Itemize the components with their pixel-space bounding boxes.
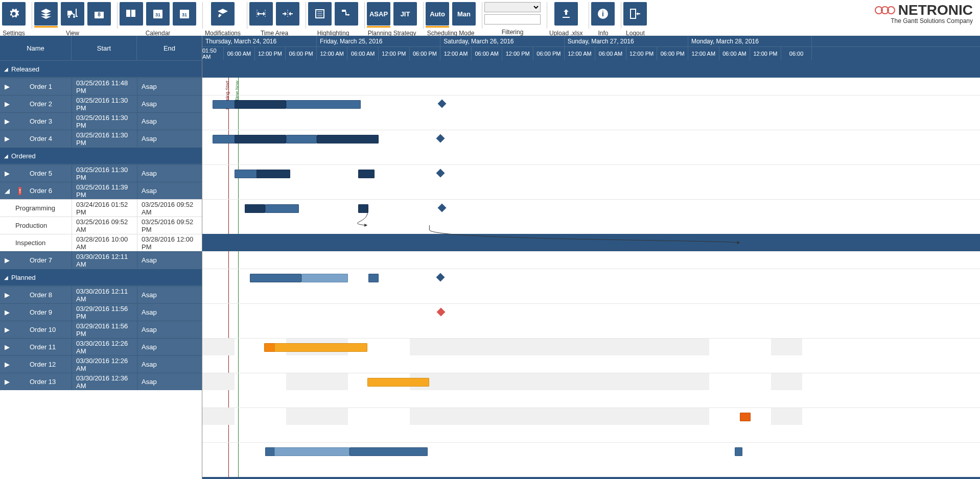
order-row[interactable]: ▶Order 1003/29/2016 11:56 PMAsap [0, 321, 202, 338]
order-row[interactable]: ▶Order 703/30/2016 12:11 AMAsap [0, 251, 202, 269]
order-row[interactable]: ▶Order 303/25/2016 11:30 PMAsap [0, 112, 202, 130]
timeline-hour: 12:00 PM [379, 47, 410, 60]
order-end: Asap [137, 356, 202, 373]
timeline-day: Friday, March 25, 2016 [317, 36, 440, 46]
calendar-pages-button[interactable] [120, 2, 143, 26]
expand-icon[interactable]: ▶ [0, 252, 14, 269]
expand-icon[interactable]: ▶ [0, 95, 14, 112]
col-start[interactable]: Start [72, 36, 137, 60]
gantt-bar[interactable] [250, 274, 301, 282]
settings-button[interactable] [2, 2, 26, 26]
gantt-bar[interactable] [367, 378, 429, 387]
task-row[interactable]: Programming03/24/2016 01:52 PM03/25/2016… [0, 199, 202, 217]
milestone-icon[interactable] [437, 308, 446, 317]
modifications-button[interactable] [211, 2, 235, 26]
gantt-bar[interactable] [317, 135, 379, 143]
group-header[interactable]: ◢Ordered [0, 147, 202, 164]
order-start: 03/30/2016 12:36 AM [72, 373, 137, 390]
order-end: Asap [137, 339, 202, 355]
view-forklift-button[interactable] [61, 2, 84, 26]
expand-icon[interactable]: ▶ [0, 113, 14, 130]
warn-cell [14, 78, 26, 95]
order-start: 03/25/2016 11:30 PM [72, 95, 137, 112]
gantt-bar[interactable] [274, 343, 367, 352]
warn-cell [14, 252, 26, 269]
milestone-icon[interactable] [436, 134, 445, 143]
gantt-bar[interactable] [301, 274, 348, 282]
expand-icon[interactable]: ▶ [0, 304, 14, 321]
gantt-bar[interactable] [256, 170, 290, 178]
expand-icon[interactable]: ▶ [0, 78, 14, 95]
order-row[interactable]: ▶Order 103/25/2016 11:48 PMAsap [0, 78, 202, 95]
expand-icon[interactable]: ◢ [0, 182, 14, 199]
order-row[interactable]: ▶Order 903/29/2016 11:56 PMAsap [0, 303, 202, 321]
gantt-bar[interactable] [265, 204, 299, 213]
task-row[interactable]: Production03/25/2016 09:52 AM03/25/2016 … [0, 217, 202, 234]
order-row[interactable]: ▶Order 803/30/2016 12:11 AMAsap [0, 286, 202, 303]
gantt-bar[interactable] [368, 274, 379, 282]
calendar-31b-button[interactable]: 31 [173, 2, 196, 26]
chart-group-row [202, 477, 980, 479]
gantt-bar[interactable] [740, 413, 750, 421]
logout-button[interactable] [623, 2, 647, 26]
gantt-bar[interactable] [358, 170, 375, 178]
expand-icon[interactable]: ▶ [0, 339, 14, 355]
gantt-bar[interactable] [358, 204, 368, 213]
chart-row [202, 130, 980, 147]
gantt-bar[interactable] [274, 447, 349, 456]
jit-button[interactable]: JIT [393, 2, 417, 26]
order-row[interactable]: ▶Order 203/25/2016 11:30 PMAsap [0, 95, 202, 112]
order-row[interactable]: ▶Order 1203/30/2016 12:26 AMAsap [0, 355, 202, 373]
expand-icon[interactable]: ▶ [0, 356, 14, 373]
gantt-bar[interactable] [245, 204, 265, 213]
order-row[interactable]: ▶Order 1303/30/2016 12:36 AMAsap [0, 373, 202, 390]
order-start: 03/25/2016 11:39 PM [72, 182, 137, 199]
highlight-list-button[interactable] [308, 2, 332, 26]
order-row[interactable]: ◢!Order 603/25/2016 11:39 PMAsap [0, 182, 202, 199]
task-name: Production [0, 217, 72, 234]
svg-text:31: 31 [155, 12, 160, 17]
man-button[interactable]: Man [452, 2, 476, 26]
info-button[interactable]: i [591, 2, 615, 26]
gantt-bar[interactable] [349, 447, 428, 456]
order-row[interactable]: ▶Order 403/25/2016 11:30 PMAsap [0, 130, 202, 147]
task-row[interactable]: Inspection03/28/2016 10:00 AM03/28/2016 … [0, 234, 202, 251]
timearea-collapse-button[interactable] [276, 2, 299, 26]
gantt-bar[interactable] [286, 100, 361, 109]
filter-input[interactable] [484, 14, 541, 25]
col-name[interactable]: Name [0, 36, 72, 60]
calendar-31a-button[interactable]: 31 [146, 2, 170, 26]
order-row[interactable]: ▶Order 503/25/2016 11:30 PMAsap [0, 164, 202, 182]
gantt-bar[interactable] [735, 447, 742, 456]
group-header[interactable]: ◢Released [0, 60, 202, 78]
expand-icon[interactable]: ▶ [0, 286, 14, 303]
highlight-flow-button[interactable] [335, 2, 358, 26]
filter-select[interactable] [484, 2, 541, 12]
group-header[interactable]: ◢Planned [0, 269, 202, 286]
milestone-icon[interactable] [436, 169, 445, 178]
view-layers-button[interactable] [34, 2, 58, 26]
col-end[interactable]: End [137, 36, 202, 60]
timeline-hour: 06:00 [781, 47, 812, 60]
asap-button[interactable]: ASAP [367, 2, 390, 26]
timeline-hour: 06:00 AM [472, 47, 503, 60]
timearea-expand-button[interactable] [249, 2, 273, 26]
expand-icon[interactable]: ▶ [0, 373, 14, 390]
expand-icon[interactable]: ▶ [0, 130, 14, 147]
milestone-icon[interactable] [436, 273, 445, 282]
view-calendar8-button[interactable]: 8 [87, 2, 111, 26]
warn-cell [14, 130, 26, 147]
timeline-day: Saturday, March 26, 2016 [440, 36, 564, 46]
milestone-icon[interactable] [437, 100, 446, 108]
gantt-bar[interactable] [235, 100, 286, 109]
expand-icon[interactable]: ▶ [0, 165, 14, 182]
timeline-hour: 06:00 PM [657, 47, 688, 60]
upload-button[interactable] [554, 2, 578, 26]
warn-cell [14, 304, 26, 321]
gantt-bar[interactable] [286, 135, 317, 143]
milestone-icon[interactable] [437, 204, 446, 212]
order-row[interactable]: ▶Order 1103/30/2016 12:26 AMAsap [0, 338, 202, 355]
auto-button[interactable]: Auto [426, 2, 449, 26]
gantt-bar[interactable] [235, 135, 286, 143]
expand-icon[interactable]: ▶ [0, 321, 14, 338]
